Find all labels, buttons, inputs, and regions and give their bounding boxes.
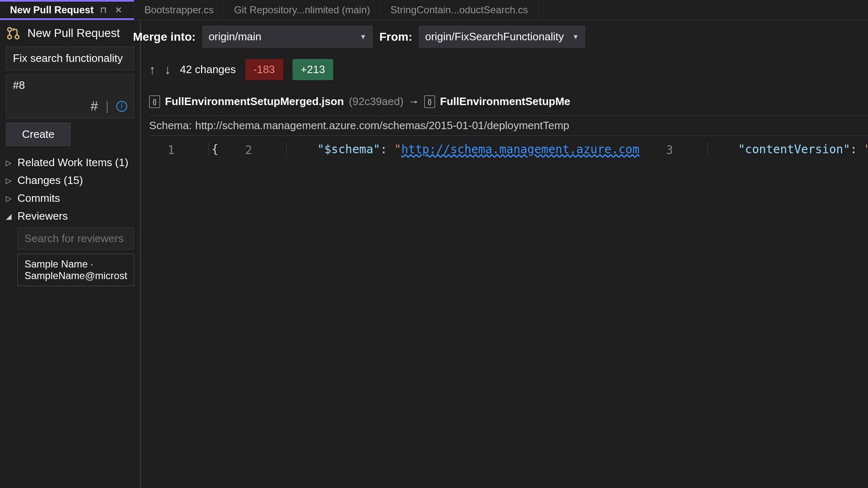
reviewer-search-input[interactable] — [17, 228, 134, 250]
chevron-down-icon: ▼ — [360, 33, 366, 41]
json-file-icon: {} — [149, 96, 160, 108]
chevron-down-icon: ◢ — [6, 212, 13, 221]
chevron-right-icon: ▷ — [6, 194, 13, 203]
reviewer-item[interactable]: Sample Name · SampleName@microst — [17, 254, 134, 286]
diff-marker — [695, 142, 707, 488]
tree-reviewers[interactable]: ◢ Reviewers — [6, 207, 134, 225]
code-line[interactable]: 3 "contentVersion": "1.0.0.0", — [639, 142, 868, 488]
info-icon[interactable]: i — [116, 101, 127, 112]
lightbulb-icon — [180, 142, 196, 488]
indent-guide — [707, 142, 710, 488]
code-diff-area[interactable]: 1{2 "$schema": "http://schema.management… — [141, 142, 868, 488]
svg-point-1 — [8, 35, 12, 39]
svg-point-2 — [15, 35, 19, 39]
indent-guide — [286, 142, 289, 488]
pr-description-box[interactable]: #8 # | i — [6, 74, 134, 118]
hash-icon[interactable]: # — [91, 98, 98, 114]
code-text[interactable]: "contentVersion": "1.0.0.0", — [710, 142, 868, 488]
arrow-down-icon[interactable]: ↓ — [165, 63, 171, 77]
chevron-right-icon: ▷ — [6, 158, 13, 167]
svg-point-0 — [8, 28, 12, 32]
pr-description-text[interactable]: #8 — [6, 75, 134, 96]
json-file-icon: {} — [424, 96, 435, 108]
diff-marker — [274, 142, 286, 488]
arrow-right-icon: → — [408, 95, 419, 108]
pr-title-input[interactable] — [6, 47, 134, 70]
additions-badge: +213 — [293, 59, 334, 80]
schema-label: Schema: — [149, 119, 195, 132]
lightbulb-icon — [679, 142, 695, 488]
tree-label: Commits — [17, 192, 60, 205]
tab-new-pull-request[interactable]: New Pull Request ⊓ ✕ — [0, 0, 134, 20]
tree-commits[interactable]: ▷ Commits — [6, 189, 134, 207]
schema-value: http://schema.management.azure.com/schem… — [195, 119, 569, 132]
tab-string-contain[interactable]: StringContain...oductSearch.cs — [381, 0, 539, 20]
from-dropdown[interactable]: origin/FixSearchFunctionality ▼ — [419, 26, 585, 48]
lightbulb-icon — [258, 142, 274, 488]
from-label: From: — [379, 30, 412, 44]
sidebar-title: New Pull Request — [27, 27, 120, 40]
create-button[interactable]: Create — [6, 123, 71, 146]
changes-count: 42 changes — [180, 63, 236, 76]
tree-changes[interactable]: ▷ Changes (15) — [6, 172, 134, 189]
close-icon[interactable]: ✕ — [113, 4, 124, 16]
code-text[interactable]: "$schema": "http://schema.management.azu… — [289, 142, 639, 488]
pin-icon[interactable]: ⊓ — [98, 4, 108, 16]
chevron-down-icon: ▼ — [572, 33, 579, 41]
indent-guide — [209, 142, 211, 488]
tree-label: Reviewers — [17, 210, 68, 223]
tab-label: Git Repository...nlimited (main) — [234, 4, 370, 16]
divider: | — [106, 98, 109, 114]
tab-git-repository[interactable]: Git Repository...nlimited (main) — [224, 0, 381, 20]
tab-bar: New Pull Request ⊓ ✕ Bootstrapper.cs Git… — [0, 0, 868, 21]
code-text[interactable]: { — [211, 142, 219, 488]
file-right-name: FullEnvironmentSetupMe — [440, 95, 570, 108]
merge-into-dropdown[interactable]: origin/main ▼ — [202, 26, 373, 48]
pull-request-icon — [6, 26, 21, 41]
tree-label: Changes (15) — [17, 174, 83, 187]
tab-label: StringContain...oductSearch.cs — [391, 4, 528, 16]
code-line[interactable]: 2 "$schema": "http://schema.management.a… — [219, 142, 639, 488]
tree-label: Related Work Items (1) — [17, 156, 128, 169]
file-left-name: FullEnvironmentSetupMerged.json — [165, 95, 344, 108]
deletions-badge: -183 — [245, 59, 283, 80]
main-panel: Merge into: origin/main ▼ From: origin/F… — [141, 21, 868, 488]
line-number: 3 — [639, 142, 679, 488]
merge-into-label: Merge into: — [133, 30, 196, 44]
diff-marker — [196, 142, 209, 488]
tab-bootstrapper[interactable]: Bootstrapper.cs — [134, 0, 224, 20]
dropdown-value: origin/FixSearchFunctionality — [425, 30, 564, 43]
file-left-rev: (92c39aed) — [349, 95, 404, 108]
chevron-right-icon: ▷ — [6, 176, 13, 185]
dropdown-value: origin/main — [209, 30, 261, 43]
arrow-up-icon[interactable]: ↑ — [149, 63, 155, 77]
code-line[interactable]: 1{ — [141, 142, 219, 488]
line-number: 2 — [219, 142, 258, 488]
tab-label: Bootstrapper.cs — [144, 4, 214, 16]
tab-label: New Pull Request — [10, 4, 93, 16]
line-number: 1 — [141, 142, 180, 488]
sidebar: New Pull Request #8 # | i Create ▷ Relat… — [0, 21, 141, 488]
tree-related-work-items[interactable]: ▷ Related Work Items (1) — [6, 154, 134, 172]
